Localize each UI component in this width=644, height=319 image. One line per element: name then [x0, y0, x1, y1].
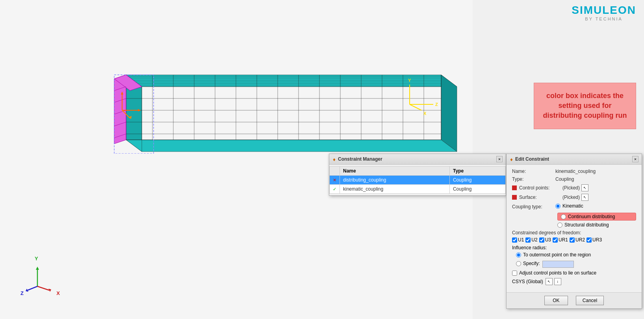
structural-distributing-row: Structural distributing	[557, 222, 636, 228]
coupling-type-kinematic-option[interactable]: Kinematic	[555, 203, 583, 209]
specify-input[interactable]	[542, 261, 574, 268]
structural-distributing-radio[interactable]	[557, 223, 562, 228]
coupling-type-kinematic-label: Kinematic	[562, 203, 583, 209]
constraint-table: Name Type ✕ distributing_coupling Coupli…	[329, 166, 506, 194]
svg-line-56	[28, 286, 37, 290]
coupling-type-row: Coupling type: Kinematic	[512, 203, 636, 210]
type-label: Type:	[512, 176, 555, 182]
structural-distributing-option[interactable]: Structural distributing	[557, 222, 636, 228]
edit-constraint-dialog: ⬧ Edit Constraint × Name: kinematic_coup…	[506, 154, 642, 309]
axis-svg	[24, 263, 55, 294]
edit-constraint-titlebar: ⬧ Edit Constraint ×	[507, 154, 642, 165]
name-label: Name:	[512, 169, 555, 174]
csys-pick-icon1[interactable]: ↖	[546, 278, 553, 285]
control-points-label: Control points:	[519, 185, 562, 191]
dof-ur2[interactable]: UR2	[570, 237, 585, 243]
svg-text:Y: Y	[408, 78, 411, 83]
continuum-distributing-radio[interactable]	[561, 214, 566, 219]
dialog-buttons: OK Cancel	[507, 292, 642, 308]
surface-row: Surface: (Picked) ↖	[512, 194, 636, 201]
adjust-checkbox[interactable]	[512, 271, 517, 276]
svg-text:X: X	[423, 111, 427, 116]
dof-u3[interactable]: U3	[539, 237, 551, 243]
constraint-manager-title: ⬧ Constraint Manager	[332, 156, 382, 162]
dof-u2[interactable]: U2	[525, 237, 537, 243]
col-status	[330, 167, 340, 176]
axis-x-label: X	[56, 290, 60, 296]
influence-option1-row: To outermost point on the region	[512, 252, 636, 259]
dof-u1[interactable]: U1	[512, 237, 524, 243]
row-name-distributing: distributing_coupling	[340, 176, 450, 185]
row-status-error: ✕	[330, 176, 340, 185]
col-type: Type	[449, 167, 505, 176]
col-name: Name	[340, 167, 450, 176]
surface-icon	[512, 195, 517, 200]
axis-indicator: Y Z X	[24, 263, 55, 295]
dof-u1-checkbox[interactable]	[512, 237, 517, 243]
control-points-pick-icon[interactable]: ↖	[581, 184, 588, 191]
continuum-distributing-option[interactable]: Continuum distributing	[557, 213, 636, 221]
influence-option2-row: Specify:	[512, 261, 636, 268]
influence-outermost-option[interactable]: To outermost point on the region	[516, 252, 591, 258]
adjust-text: Adjust control points to lie on surface	[519, 270, 596, 276]
dof-ur3-checkbox[interactable]	[586, 237, 592, 243]
influence-outermost-radio[interactable]	[516, 252, 521, 258]
constraint-manager-titlebar: ⬧ Constraint Manager ×	[329, 154, 506, 165]
type-value: Coupling	[555, 176, 574, 182]
edit-constraint-title: ⬧ Edit Constraint	[510, 156, 549, 162]
color-hint-text: color box indicates the setting used for…	[540, 91, 630, 121]
logo-simuleon: SIMULEON	[572, 4, 636, 17]
name-value: kinematic_coupling	[555, 169, 596, 174]
control-points-row: Control points: (Picked) ↖	[512, 184, 636, 191]
control-points-icon	[512, 185, 517, 190]
continuum-distributing-label: Continuum distributing	[568, 214, 615, 219]
coupling-type-kinematic-radio[interactable]	[555, 204, 560, 209]
constraint-manager-dialog: ⬧ Constraint Manager × Name Type ✕ distr…	[329, 154, 506, 196]
logo-by: BY TECHNIA	[572, 17, 636, 21]
svg-marker-2	[441, 75, 457, 152]
svg-marker-55	[36, 267, 39, 270]
adjust-label[interactable]: Adjust control points to lie on surface	[512, 270, 596, 276]
edit-constraint-icon: ⬧	[510, 156, 513, 162]
adjust-row: Adjust control points to lie on surface	[512, 270, 636, 276]
dof-u3-checkbox[interactable]	[539, 237, 544, 243]
csys-pick-icon2[interactable]: ↕	[554, 278, 561, 285]
influence-section: Influence radius: To outermost point on …	[512, 245, 636, 268]
color-hint-box: color box indicates the setting used for…	[534, 83, 636, 129]
row-type-distributing: Coupling	[449, 176, 505, 185]
control-points-value: (Picked)	[562, 185, 580, 191]
mesh-3d: Z Y X	[91, 63, 473, 154]
dof-u2-checkbox[interactable]	[525, 237, 531, 243]
row-name-kinematic: kinematic_coupling	[340, 185, 450, 194]
table-row[interactable]: ✓ kinematic_coupling Coupling	[330, 185, 506, 194]
logo-area: SIMULEON BY TECHNIA	[572, 4, 636, 21]
surface-pick-icon[interactable]: ↖	[581, 194, 588, 201]
cancel-button[interactable]: Cancel	[576, 296, 604, 305]
dof-ur1-checkbox[interactable]	[553, 237, 558, 243]
edit-constraint-body: Name: kinematic_coupling Type: Coupling …	[507, 165, 642, 292]
edit-constraint-close[interactable]: ×	[632, 156, 638, 162]
table-row[interactable]: ✕ distributing_coupling Coupling	[330, 176, 506, 185]
influence-outermost-label: To outermost point on the region	[523, 252, 591, 258]
structural-distributing-label: Structural distributing	[564, 222, 609, 228]
influence-specify-option[interactable]: Specify:	[516, 261, 540, 266]
surface-label: Surface:	[519, 195, 562, 200]
continuum-distributing-row: Continuum distributing	[557, 213, 636, 221]
influence-specify-radio[interactable]	[516, 261, 521, 266]
svg-line-58	[37, 286, 49, 290]
dof-ur3[interactable]: UR3	[586, 237, 602, 243]
influence-specify-label: Specify:	[523, 261, 540, 266]
influence-label-row: Influence radius:	[512, 245, 636, 250]
svg-marker-0	[126, 75, 457, 87]
svg-line-43	[410, 104, 421, 110]
constraint-manager-close[interactable]: ×	[496, 156, 503, 162]
axis-y-label: Y	[35, 256, 38, 262]
dof-row: U1 U2 U3 UR1 UR2 UR3	[512, 237, 636, 243]
csys-row: CSYS (Global) ↖ ↕	[512, 278, 636, 285]
dof-ur2-checkbox[interactable]	[570, 237, 575, 243]
csys-label: CSYS (Global)	[512, 279, 543, 284]
type-row: Type: Coupling	[512, 176, 636, 182]
dof-ur1[interactable]: UR1	[553, 237, 568, 243]
ok-button[interactable]: OK	[544, 296, 568, 305]
constraint-manager-icon: ⬧	[332, 156, 336, 162]
